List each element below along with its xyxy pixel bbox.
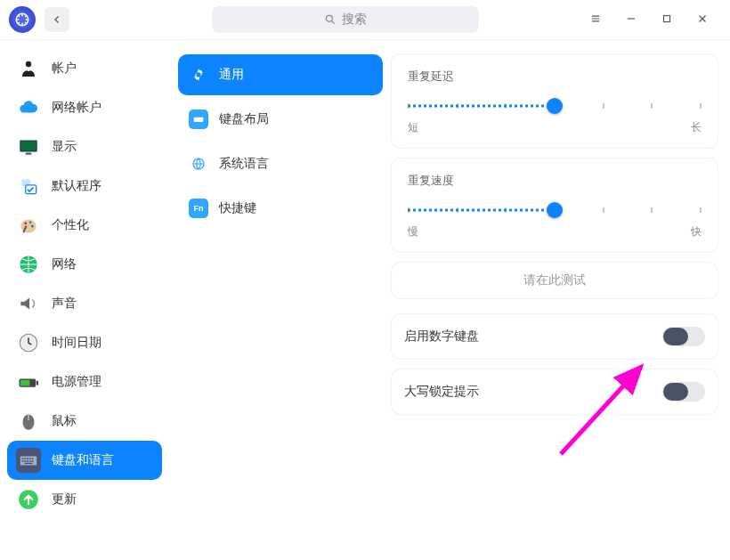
repeat-rate-slider[interactable] [408,201,702,219]
repeat-delay-card: 重复延迟 短 长 [392,54,718,148]
subnav: 通用 键盘布局 系统语言 Fn 快捷键 [169,40,392,560]
sidebar-item-account[interactable]: 帐户 [7,49,162,88]
subnav-item-layout[interactable]: 键盘布局 [178,99,383,140]
menu-button[interactable] [589,12,602,28]
sidebar-item-label: 网络 [52,256,77,272]
network-icon [16,252,41,277]
sidebar-item-label: 默认程序 [52,178,101,194]
sidebar-item-sound[interactable]: 声音 [7,284,162,323]
fn-key-icon: Fn [189,199,208,218]
sidebar-item-display[interactable]: 显示 [7,127,162,166]
keyboard-icon [16,448,41,473]
sidebar-item-label: 显示 [52,139,77,155]
search-input[interactable]: 搜索 [212,6,479,33]
slider-thumb[interactable] [547,202,563,218]
svg-rect-22 [24,458,26,459]
numlock-toggle[interactable] [662,327,705,346]
numlock-row: 启用数字键盘 [392,314,718,359]
svg-rect-17 [20,380,30,386]
svg-rect-31 [24,463,32,464]
slider-min-label: 短 [408,120,418,135]
globe-icon [189,154,208,174]
titlebar: 搜索 [0,0,730,39]
svg-rect-24 [29,458,31,459]
gear-icon [189,65,208,85]
update-icon [16,487,41,512]
sidebar-item-keyboard[interactable]: 键盘和语言 [7,441,162,480]
capslock-row: 大写锁定提示 [392,369,718,414]
svg-point-3 [26,61,31,67]
svg-rect-23 [27,458,28,459]
svg-rect-27 [24,460,26,462]
slider-max-label: 长 [691,120,702,135]
sidebar-item-label: 时间日期 [52,335,101,351]
sidebar-item-label: 键盘和语言 [52,452,114,468]
slider-thumb[interactable] [547,98,563,114]
test-placeholder: 请在此测试 [523,272,586,288]
back-button[interactable] [45,7,69,32]
maximize-button[interactable] [661,12,673,28]
sidebar-item-power[interactable]: 电源管理 [7,362,162,402]
subnav-item-label: 系统语言 [219,156,269,172]
sidebar-item-update[interactable]: 更新 [7,480,162,519]
app-logo [9,6,36,33]
content-area: 重复延迟 短 长 重复速度 慢 快 请在此测试 [392,40,730,560]
svg-point-10 [20,220,36,233]
repeat-delay-title: 重复延迟 [408,69,702,85]
minimize-button[interactable] [625,12,637,28]
sidebar-item-mouse[interactable]: 鼠标 [7,402,162,441]
svg-point-1 [326,15,332,21]
search-icon [324,13,337,26]
svg-rect-26 [22,460,24,462]
sidebar-item-label: 电源管理 [52,374,101,390]
keyboard-small-icon [189,110,208,129]
monitor-icon [16,134,41,159]
sidebar-item-label: 个性化 [52,217,89,233]
capslock-toggle[interactable] [662,382,705,402]
svg-point-11 [24,222,27,224]
svg-rect-25 [32,458,34,459]
svg-point-12 [29,221,32,223]
test-input[interactable]: 请在此测试 [392,263,718,298]
sidebar-item-label: 更新 [52,491,77,507]
close-button[interactable] [696,12,709,28]
slider-min-label: 慢 [408,224,418,239]
sidebar-item-label: 帐户 [52,61,77,77]
svg-rect-28 [27,460,28,462]
svg-rect-6 [20,142,36,151]
cloud-icon [16,95,41,120]
defaults-icon [16,174,41,199]
search-placeholder: 搜索 [342,12,367,28]
subnav-item-shortcuts[interactable]: Fn 快捷键 [178,188,383,229]
subnav-item-language[interactable]: 系统语言 [178,143,383,184]
window-controls [589,12,721,28]
speaker-icon [16,291,41,316]
sidebar-item-label: 网络帐户 [52,100,101,116]
mouse-icon [16,409,41,434]
svg-rect-29 [29,460,31,462]
subnav-item-general[interactable]: 通用 [178,54,383,95]
slider-max-label: 快 [691,224,702,239]
sidebar-item-label: 鼠标 [52,413,77,429]
subnav-item-label: 键盘布局 [219,111,269,127]
sidebar-item-defaults[interactable]: 默认程序 [7,166,162,206]
svg-point-13 [31,225,34,228]
svg-rect-4 [28,69,30,71]
capslock-label: 大写锁定提示 [404,384,479,400]
battery-icon [16,369,41,394]
sidebar-item-datetime[interactable]: 时间日期 [7,323,162,362]
user-icon [16,56,41,81]
svg-rect-2 [664,15,670,21]
numlock-label: 启用数字键盘 [404,329,479,345]
sidebar-item-label: 声音 [52,296,77,312]
sidebar: 帐户 网络帐户 显示 默认程序 个性化 网络 声音 时间日期 [0,40,169,560]
svg-rect-18 [36,381,38,386]
sidebar-item-cloud[interactable]: 网络帐户 [7,88,162,127]
svg-rect-30 [32,460,34,462]
sidebar-item-personalize[interactable]: 个性化 [7,206,162,245]
sidebar-item-network[interactable]: 网络 [7,245,162,284]
svg-rect-7 [26,153,32,155]
subnav-item-label: 通用 [219,67,244,83]
subnav-item-label: 快捷键 [219,200,256,216]
repeat-delay-slider[interactable] [408,97,702,115]
